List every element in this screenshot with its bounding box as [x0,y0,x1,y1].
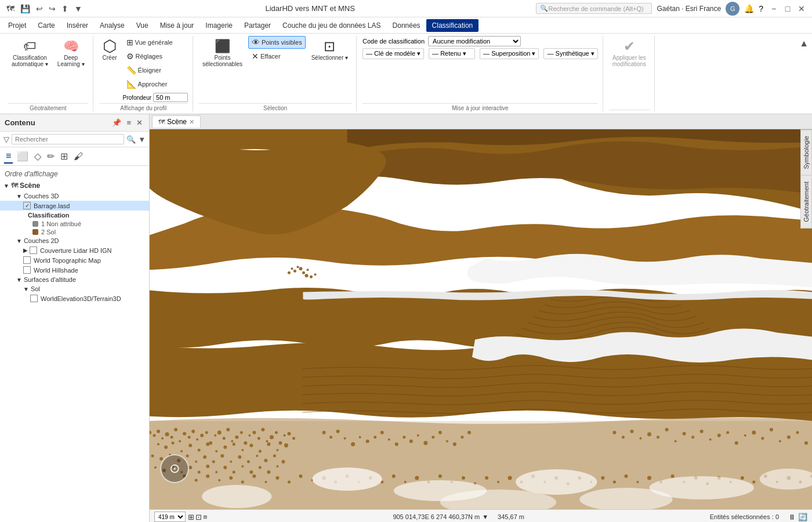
menu-imagerie[interactable]: Imagerie [200,19,238,32]
sidebar-title: Contenu [5,118,35,127]
classif-group-label: Mise à jour interactive [362,103,598,111]
sidebar-pin-icon[interactable]: 📌 [110,118,123,128]
points-vis-col: 👁 Points visibles ✕ Effacer [248,36,306,63]
sidebar-search-input[interactable] [12,134,124,144]
sol-header[interactable]: ▼ Sol [0,284,149,293]
cle-modele-btn[interactable]: — Clé de modèle ▾ [362,48,424,59]
svg-point-10 [288,271,291,274]
barrage-checkbox[interactable] [23,202,31,209]
world-hillshade-item[interactable]: World Hillshade [0,265,149,275]
sidebar-menu-icon[interactable]: ≡ [125,118,133,128]
scene-tab-close-icon[interactable]: ✕ [189,118,194,126]
command-search[interactable]: 🔍 Recherche de commande (Alt+Q) [536,3,652,14]
reglages-button[interactable]: ⚙ Réglages [123,50,188,63]
map-view[interactable]: ⊙ Symbologie Géotraitement [150,129,812,509]
sidebar-controls: 📌 ≡ ✕ [110,118,144,128]
menu-projet[interactable]: Projet [2,19,32,32]
ribbon-collapse[interactable]: ▲ [799,36,809,111]
paint-icon[interactable]: 🖌 [71,150,85,164]
polygon-icon[interactable]: ◇ [32,149,44,164]
layers-list-icon[interactable]: ≡ [3,149,13,164]
collapse-icon[interactable]: ▲ [799,38,809,49]
zoom-extent-icon[interactable]: ⊞ [188,513,194,521]
scale-select[interactable]: 419 m [154,512,186,522]
classif-auto-button[interactable]: 🏷 Classification automatique ▾ [8,36,52,70]
close-button[interactable]: ✕ [796,3,807,14]
eloigner-button[interactable]: 📏 Éloigner [123,64,188,77]
world-elev-checkbox[interactable] [30,295,38,302]
scene-view-tab[interactable]: 🗺 Scène ✕ [152,115,201,128]
vue-generale-button[interactable]: ⊞ Vue générale [123,36,188,49]
symbologie-flyout[interactable]: Symbologie [800,129,812,175]
menu-analyse[interactable]: Analyse [94,19,130,32]
classification-sub-header: Classification [0,211,149,220]
creer-button[interactable]: ⬡ Créer [99,36,121,63]
layers-icon2[interactable]: ≡ [203,513,208,521]
menu-donnees[interactable]: Données [387,19,426,32]
world-topo-item[interactable]: World Topographic Map [0,255,149,265]
undo-icon[interactable]: ↩ [34,3,45,14]
settings-icon2[interactable]: ▼ [72,3,84,14]
ribbon-group-classif: Code de classification Aucune modificati… [358,36,603,111]
points-visibles-button[interactable]: 👁 Points visibles [248,36,306,49]
world-topo-checkbox[interactable] [23,256,31,264]
menu-classification[interactable]: Classification [426,19,479,32]
menu-partager[interactable]: Partager [238,19,277,32]
world-topo-label: World Topographic Map [34,257,101,264]
couv-checkbox[interactable] [30,246,37,254]
cylinder-icon[interactable]: ⬜ [14,149,31,164]
surfaces-header[interactable]: ▼ Surfaces d'altitude [0,275,149,284]
menu-couche-las[interactable]: Couche du jeu de données LAS [277,19,386,32]
pause-icon[interactable]: ⏸ [788,513,796,521]
selectionner-button[interactable]: ⊡ Sélectionner ▾ [308,36,351,63]
approcher-button[interactable]: 📐 Approcher [123,78,188,90]
couv-lidar-item[interactable]: ▶ Couverture Lidar HD IGN [0,245,149,255]
ribbon-group-apply: ✔ Appliquer les modifications [604,36,655,111]
classif-dropdown[interactable]: Aucune modification Sol Non attribué [428,36,521,46]
search-expand-icon[interactable]: ▼ [138,135,146,144]
main-layout: Contenu 📌 ≡ ✕ ▽ 🔍 ▼ ≡ ⬜ ◇ ✏ ⊞ 🖌 Ordre d'… [0,114,812,522]
reglages-label: Réglages [136,53,162,60]
search-button[interactable]: 🔍 [126,135,136,144]
pointer-icon[interactable]: ⬆ [60,3,70,14]
points-selectables-button[interactable]: ⬛ Points sélectionnables [199,36,246,70]
bell-icon[interactable]: 🔔 [744,4,754,13]
sync-icon[interactable]: ⊡ [195,513,202,521]
sol-label: Sol [31,285,40,292]
depth-label: Profondeur [123,95,151,101]
couches3d-header[interactable]: ▼ Couches 3D [0,191,149,201]
maximize-button[interactable]: □ [782,3,793,14]
minimize-button[interactable]: − [768,3,780,14]
effacer-button[interactable]: ✕ Effacer [248,50,306,63]
menu-inserer[interactable]: Insérer [61,19,94,32]
refresh-icon[interactable]: 🔄 [798,513,807,521]
appliquer-button[interactable]: ✔ Appliquer les modifications [609,36,650,70]
compass-control[interactable]: ⊙ [160,454,189,483]
world-elev-item[interactable]: WorldElevation3D/Terrain3D [0,293,149,303]
world-hillshade-checkbox[interactable] [23,266,31,274]
edit-tool-icon[interactable]: ✏ [45,149,57,164]
grid-icon[interactable]: ⊞ [58,149,70,164]
help-icon[interactable]: ? [759,4,763,13]
synthetique-btn[interactable]: — Synthétique ▾ [543,48,597,59]
menu-carte[interactable]: Carte [32,19,60,32]
approcher-icon: 📐 [126,79,136,89]
menu-vue[interactable]: Vue [130,19,154,32]
georef-flyout[interactable]: Géotraitement [800,175,812,229]
tree-scene-header[interactable]: ▼ 🗺 Scène [0,180,149,191]
superposition-btn[interactable]: — Superposition ▾ [480,48,539,59]
deep-learning-button[interactable]: 🧠 Deep Learning ▾ [54,36,88,70]
title-bar: 🗺 💾 ↩ ↪ ⬆ ▼ LidarHD vers MNT et MNS 🔍 Re… [0,0,812,17]
scale-icons[interactable]: ⊞ ⊡ ≡ [188,513,208,521]
save-icon[interactable]: 💾 [19,3,32,14]
sidebar-close-icon[interactable]: ✕ [135,118,144,128]
redo-icon[interactable]: ↪ [47,3,57,14]
depth-input[interactable] [153,93,188,102]
retenu-btn[interactable]: — Retenu ▾ [429,48,475,59]
svg-point-7 [293,270,296,273]
sidebar-header: Contenu 📌 ≡ ✕ [0,114,149,132]
barrage-item[interactable]: Barrage.lasd [0,201,149,211]
menu-miseajour[interactable]: Mise à jour [154,19,200,32]
couches2d-header[interactable]: ▼ Couches 2D [0,236,149,245]
coords-dropdown-icon[interactable]: ▼ [482,513,488,520]
